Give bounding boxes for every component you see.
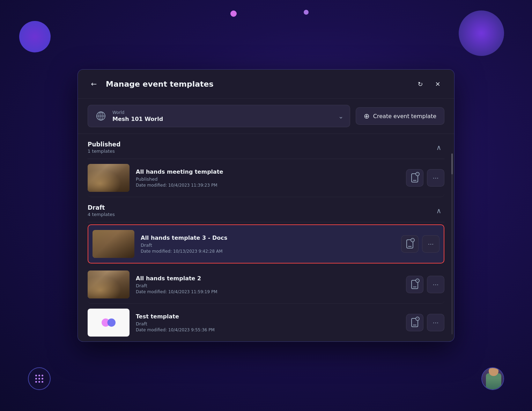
dots-grid-icon bbox=[35, 375, 44, 383]
template-status-3: Draft bbox=[136, 283, 400, 288]
phone-badge-2 bbox=[411, 238, 415, 242]
more-icon: ··· bbox=[433, 174, 438, 182]
avatar-head bbox=[489, 368, 498, 376]
published-section-header: Published 1 templates ∧ bbox=[88, 134, 444, 159]
template-info-2: All hands template 3 - Docs Draft Date m… bbox=[141, 235, 395, 254]
svg-point-5 bbox=[108, 318, 116, 326]
phone-badge bbox=[415, 172, 420, 176]
template-more-button-3[interactable]: ··· bbox=[427, 276, 444, 293]
template-date-1: Date modified: 10/4/2023 11:39:23 PM bbox=[136, 183, 400, 188]
bg-orb-right bbox=[459, 10, 504, 56]
template-status-4: Draft bbox=[136, 321, 400, 326]
template-status-2: Draft bbox=[141, 243, 395, 248]
bg-dot-1 bbox=[230, 10, 237, 17]
template-info-1: All hands meeting template Published Dat… bbox=[136, 168, 400, 188]
dialog-header: ← Manage event templates ↻ ✕ bbox=[78, 70, 454, 99]
template-date-4: Date modified: 10/4/2023 9:55:36 PM bbox=[136, 327, 400, 332]
mobile-icon-3 bbox=[411, 280, 418, 289]
template-date-2: Date modified: 10/13/2023 9:42:28 AM bbox=[141, 249, 395, 254]
header-right: ↻ ✕ bbox=[414, 77, 444, 91]
published-section-count: 1 templates bbox=[88, 149, 120, 154]
world-label: World bbox=[112, 110, 333, 115]
template-status-1: Published bbox=[136, 176, 400, 182]
template-thumbnail-2 bbox=[93, 230, 134, 258]
apps-grid-button[interactable] bbox=[28, 367, 51, 390]
scrollbar-thumb[interactable] bbox=[451, 153, 453, 174]
scrollbar-track bbox=[451, 153, 453, 334]
template-thumbnail-4 bbox=[88, 309, 130, 337]
draft-section-count: 4 templates bbox=[88, 212, 115, 217]
template-name-2: All hands template 3 - Docs bbox=[141, 235, 395, 241]
templates-content: Published 1 templates ∧ All hands meetin… bbox=[78, 134, 454, 341]
create-plus-icon: ⊕ bbox=[364, 112, 370, 120]
mobile-icon bbox=[411, 173, 418, 182]
template-item-draft-3[interactable]: Test template Draft Date modified: 10/4/… bbox=[88, 304, 444, 341]
more-icon-3: ··· bbox=[433, 281, 438, 288]
back-button[interactable]: ← bbox=[88, 78, 100, 90]
world-name: Mesh 101 World bbox=[112, 116, 333, 122]
draft-section-title: Draft bbox=[88, 204, 115, 211]
manage-templates-dialog: ← Manage event templates ↻ ✕ World Mesh … bbox=[77, 69, 455, 342]
mobile-icon-4 bbox=[411, 318, 418, 327]
draft-divider bbox=[88, 222, 444, 222]
world-selector[interactable]: World Mesh 101 World ⌄ bbox=[88, 105, 350, 127]
template-actions-4: ··· bbox=[406, 314, 444, 331]
phone-badge-3 bbox=[415, 279, 420, 283]
close-button[interactable]: ✕ bbox=[431, 77, 444, 91]
template-thumbnail-3 bbox=[88, 271, 130, 298]
template-item-selected[interactable]: All hands template 3 - Docs Draft Date m… bbox=[88, 224, 444, 264]
template-actions-2: ··· bbox=[401, 235, 439, 253]
template-item[interactable]: All hands meeting template Published Dat… bbox=[88, 159, 444, 197]
template-actions-1: ··· bbox=[406, 169, 444, 187]
template-name-4: Test template bbox=[136, 313, 400, 320]
bg-orb-left bbox=[19, 21, 51, 52]
template-name-1: All hands meeting template bbox=[136, 168, 400, 175]
top-action-bar: World Mesh 101 World ⌄ ⊕ Create event te… bbox=[78, 99, 454, 134]
template-thumbnail-1 bbox=[88, 164, 130, 192]
draft-section-header: Draft 4 templates ∧ bbox=[88, 197, 444, 222]
bg-dot-2 bbox=[304, 10, 309, 15]
refresh-button[interactable]: ↻ bbox=[414, 77, 427, 91]
phone-badge-4 bbox=[415, 317, 420, 321]
create-template-label: Create event template bbox=[373, 113, 436, 120]
world-info: World Mesh 101 World bbox=[112, 110, 333, 122]
user-avatar-button[interactable] bbox=[481, 367, 504, 390]
template-publish-button-4[interactable] bbox=[406, 314, 423, 331]
template-actions-3: ··· bbox=[406, 276, 444, 293]
published-collapse-button[interactable]: ∧ bbox=[433, 142, 444, 153]
template-info-3: All hands template 2 Draft Date modified… bbox=[136, 275, 400, 294]
template-item-draft-2[interactable]: All hands template 2 Draft Date modified… bbox=[88, 266, 444, 304]
template-more-button-4[interactable]: ··· bbox=[427, 314, 444, 331]
published-section-title: Published bbox=[88, 141, 120, 148]
avatar-body bbox=[486, 373, 501, 390]
create-template-button[interactable]: ⊕ Create event template bbox=[356, 107, 444, 125]
header-left: ← Manage event templates bbox=[88, 78, 214, 90]
published-section-info: Published 1 templates bbox=[88, 141, 120, 154]
avatar bbox=[482, 368, 504, 390]
dialog-title: Manage event templates bbox=[106, 80, 214, 88]
template-publish-button-3[interactable] bbox=[406, 276, 423, 293]
mobile-icon-2 bbox=[406, 239, 413, 248]
template-more-button-1[interactable]: ··· bbox=[427, 169, 444, 187]
template-name-3: All hands template 2 bbox=[136, 275, 400, 282]
chevron-down-icon: ⌄ bbox=[338, 113, 343, 120]
more-icon-2: ··· bbox=[428, 240, 434, 248]
template-info-4: Test template Draft Date modified: 10/4/… bbox=[136, 313, 400, 332]
template-publish-button-2[interactable] bbox=[401, 235, 419, 253]
more-icon-4: ··· bbox=[433, 319, 438, 326]
template-publish-button-1[interactable] bbox=[406, 169, 423, 187]
draft-collapse-button[interactable]: ∧ bbox=[433, 205, 444, 216]
template-more-button-2[interactable]: ··· bbox=[422, 235, 439, 253]
world-icon bbox=[94, 109, 108, 123]
draft-section-info: Draft 4 templates bbox=[88, 204, 115, 217]
template-date-3: Date modified: 10/4/2023 11:59:19 PM bbox=[136, 289, 400, 294]
